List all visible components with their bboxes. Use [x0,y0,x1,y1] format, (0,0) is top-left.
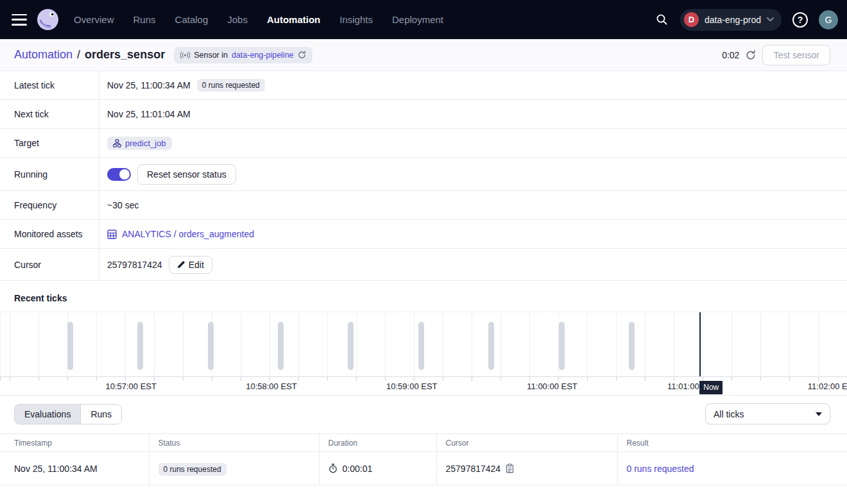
tick-bar[interactable] [208,322,214,370]
tick-filter-value: All ticks [714,409,744,419]
nav-item-catalog[interactable]: Catalog [175,14,209,25]
table-header-row: Timestamp Status Duration Cursor Result [0,434,847,452]
menu-icon[interactable] [12,14,27,26]
tick-bar[interactable] [629,322,635,370]
tab-runs[interactable]: Runs [80,405,121,424]
nav-item-automation[interactable]: Automation [267,14,320,25]
tick-bar[interactable] [278,322,284,370]
now-marker-line [699,312,701,377]
frequency-value: ~30 sec [107,200,139,210]
deployment-switcher[interactable]: D data-eng-prod [680,9,782,31]
cursor-label: Cursor [0,249,99,280]
running-toggle[interactable] [107,168,131,181]
target-label: Target [0,129,99,157]
cell-status-badge: 0 runs requested [158,463,227,476]
running-label: Running [0,158,99,190]
test-sensor-button[interactable]: Test sensor [762,45,830,65]
dagster-logo-icon[interactable] [36,8,60,31]
frequency-label: Frequency [0,191,99,219]
axis-time-label: 11:02:00 EST [808,382,847,391]
nav-item-deployment[interactable]: Deployment [392,14,443,25]
nav-item-insights[interactable]: Insights [339,14,373,25]
col-timestamp: Timestamp [0,434,149,452]
breadcrumb-automation-link[interactable]: Automation [14,48,73,62]
axis-time-label: 10:59:00 EST [386,382,438,391]
cursor-edit-button[interactable]: Edit [169,256,212,274]
latest-tick-label: Latest tick [0,71,99,99]
stopwatch-icon [329,464,338,473]
sensor-type-badge: Sensor in data-eng-pipeline [174,47,312,63]
help-icon[interactable]: ? [790,10,810,30]
now-badge: Now [699,381,723,394]
row-target: Target predict_job [0,129,847,158]
chevron-down-icon [767,17,774,22]
next-tick-label: Next tick [0,100,99,128]
target-job-link[interactable]: predict_job [107,137,172,150]
tick-bar[interactable] [418,322,424,370]
tick-bar[interactable] [488,322,494,370]
tick-bar[interactable] [67,322,73,370]
monitored-asset-link[interactable]: ANALYTICS / orders_augmented [107,229,254,239]
tick-bar[interactable] [348,322,354,370]
nav-right: D data-eng-prod ? G [651,9,838,31]
row-monitored-assets: Monitored assets ANALYTICS / orders_augm… [0,220,847,249]
axis-time-label: 10:58:00 EST [246,382,297,391]
tick-countdown: 0:02 [722,50,739,60]
tick-bar[interactable] [559,322,565,370]
col-result: Result [617,434,847,452]
top-nav: Overview Runs Catalog Jobs Automation In… [0,0,847,39]
reset-sensor-status-button[interactable]: Reset sensor status [137,164,236,185]
axis-time-label: 10:57:00 EST [105,382,157,391]
tick-timeline-axis-labels: 10:57:00 EST10:58:00 EST10:59:00 EST11:0… [0,381,847,395]
sensor-details: Latest tick Nov 25, 11:00:34 AM 0 runs r… [0,71,847,281]
col-cursor: Cursor [436,434,617,452]
deployment-initial-badge: D [684,12,699,27]
evaluations-section: Evaluations Runs All ticks Timestamp Sta… [0,395,847,485]
tab-evaluations[interactable]: Evaluations [15,405,80,424]
code-location-link[interactable]: data-eng-pipeline [232,51,294,60]
asset-table-icon [107,230,117,239]
tick-timeline-plot[interactable] [0,312,847,377]
sensor-badge-text: Sensor in [194,51,228,60]
tick-timeline: 10:57:00 EST10:58:00 EST10:59:00 EST11:0… [0,312,847,395]
page-header: Automation / orders_sensor Sensor in dat… [0,39,847,71]
reload-location-icon[interactable] [298,51,306,59]
tick-bar[interactable] [137,322,143,370]
evaluations-runs-tabs: Evaluations Runs [14,404,122,424]
table-row: Nov 25, 11:00:34 AM 0 runs requested 0:0… [0,452,847,485]
evaluations-toolbar: Evaluations Runs All ticks [0,395,847,433]
col-status: Status [149,434,319,452]
next-tick-value: Nov 25, 11:01:04 AM [107,109,191,119]
target-job-name: predict_job [125,139,166,148]
row-running: Running Reset sensor status [0,158,847,191]
user-avatar[interactable]: G [819,10,838,29]
select-caret-icon [816,412,822,416]
cell-cursor: 25797817424 [446,464,501,474]
cell-result-link[interactable]: 0 runs requested [627,464,694,474]
pencil-icon [177,261,185,269]
recent-ticks-title: Recent ticks [0,281,847,312]
nav-item-overview[interactable]: Overview [74,14,114,25]
primary-nav: Overview Runs Catalog Jobs Automation In… [74,14,443,25]
row-latest-tick: Latest tick Nov 25, 11:00:34 AM 0 runs r… [0,71,847,100]
axis-time-label: 11:00:00 EST [527,382,578,391]
latest-tick-value: Nov 25, 11:00:34 AM [107,80,191,90]
row-next-tick: Next tick Nov 25, 11:01:04 AM [0,100,847,129]
search-icon[interactable] [651,10,672,30]
col-duration: Duration [319,434,436,452]
latest-tick-status-badge: 0 runs requested [197,79,265,92]
job-icon [113,139,121,147]
refresh-icon[interactable] [746,50,756,60]
tick-filter-select[interactable]: All ticks [705,403,830,424]
cursor-value: 25797817424 [107,260,162,270]
breadcrumb-separator: / [77,48,80,62]
cursor-edit-label: Edit [189,260,204,270]
nav-item-runs[interactable]: Runs [133,14,156,25]
nav-item-jobs[interactable]: Jobs [227,14,248,25]
copy-cursor-icon[interactable] [506,464,514,473]
cell-timestamp: Nov 25, 11:00:34 AM [0,452,149,485]
row-frequency: Frequency ~30 sec [0,191,847,220]
recent-ticks-section: Recent ticks 10:57:00 EST10:58:00 EST10:… [0,281,847,395]
header-actions: 0:02 Test sensor [722,45,830,65]
deployment-name: data-eng-prod [705,15,761,25]
